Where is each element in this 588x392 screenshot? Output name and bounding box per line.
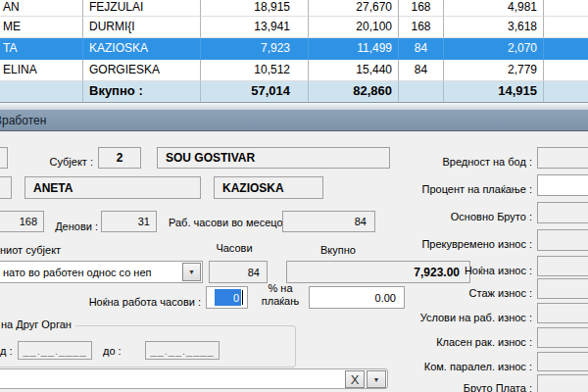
point-value-field	[537, 147, 588, 169]
cell-surname: FEJZULAI	[83, 0, 201, 17]
cell-hours: 168	[399, 0, 444, 17]
field-label: Ноќна износ :	[372, 261, 532, 282]
cell-amount3: 2,779	[444, 60, 544, 81]
cell-amount2: 27,670	[309, 0, 399, 17]
field-label: Услови на раб. износ :	[372, 308, 532, 329]
cell-name: ME	[0, 17, 83, 38]
seniority-amount-field	[537, 278, 588, 299]
cell-surname: KAZIOSKA	[83, 38, 201, 60]
percent-label-line2: плаќањ	[253, 295, 308, 308]
cell-amount1: 7,923	[201, 38, 309, 60]
cell-amount1: 18,915	[201, 0, 309, 17]
cell-surname: GORGIESKA	[83, 60, 201, 81]
base-gross-field	[537, 202, 588, 223]
days-label: Денови :	[42, 217, 98, 238]
employees-table: AN FEJZULAI 18,915 27,670 168 4,981 ME D…	[0, 0, 588, 102]
cell-empty	[544, 81, 588, 102]
cell-amount3: 2,070	[444, 38, 544, 60]
field-label: Прекувремено износ :	[372, 234, 532, 256]
total-amount2: 82,860	[309, 81, 399, 102]
overtime-amount-field	[537, 229, 588, 251]
table-row-selected[interactable]: TA KAZIOSKA 7,923 11,499 84 2,070	[0, 38, 588, 60]
cell-empty	[544, 38, 588, 60]
cell-amount3: 4,981	[444, 0, 544, 17]
gross-salary-field	[537, 374, 588, 392]
table-total-row: Вкупно : 57,014 82,860 14,915	[0, 81, 588, 102]
stub-field	[0, 147, 8, 169]
total-amount3: 14,915	[444, 81, 544, 102]
table-row[interactable]: ELINA GORGIESKA 10,512 15,440 84 2,779	[0, 60, 588, 81]
chevron-down-icon[interactable]: ▼	[182, 263, 201, 281]
percent-label-line1: % на	[253, 282, 308, 295]
cell-empty	[0, 81, 83, 102]
stub-field	[0, 176, 12, 199]
dialog-titlebar[interactable]: Вработен	[0, 110, 588, 131]
month-hours-field: 84	[282, 211, 375, 232]
stub-hours-field: 168	[0, 211, 44, 232]
field-label: Бруто Плата :	[372, 378, 532, 392]
cell-amount2: 20,100	[309, 17, 399, 38]
last-name-field: KAZIOSKA	[214, 176, 323, 199]
month-hours-label: Раб. часови во месецот :	[169, 217, 294, 228]
subject-label: Субјект :	[18, 152, 93, 173]
date-from-input[interactable]: __.__.____	[18, 341, 92, 360]
cell-surname: DURMI{I	[83, 17, 201, 38]
cell-name: AN	[0, 0, 83, 17]
app-window: AN FEJZULAI 18,915 27,670 168 4,981 ME D…	[0, 0, 588, 392]
work-conditions-amount-field	[537, 303, 588, 323]
cell-name: ELINA	[0, 60, 83, 81]
cell-amount2: 15,440	[309, 60, 399, 81]
total-column-header: Вкупно	[311, 244, 366, 256]
selected-text: 0	[215, 289, 241, 306]
cell-name: TA	[0, 38, 83, 60]
field-label: Ком. паралел. износ :	[372, 357, 532, 378]
total-hours	[399, 81, 444, 102]
parallel-amount-field	[537, 352, 588, 371]
class-rank-amount-field	[537, 327, 588, 348]
date-to-label: до :	[103, 345, 122, 357]
cell-amount2: 11,499	[309, 38, 399, 60]
field-label: Класен рак. износ :	[372, 332, 532, 354]
engagement-combobox[interactable]: нато во работен однос со неп	[0, 261, 203, 283]
field-label: Стаж износ :	[372, 283, 532, 305]
other-organ-caption: на Друг Орган	[0, 318, 75, 330]
cell-amount1: 13,941	[201, 17, 309, 38]
subject-code-field: 2	[98, 147, 141, 169]
engagement-hours-field: 84	[209, 261, 268, 283]
payment-percent-input[interactable]	[537, 174, 588, 196]
days-field: 31	[101, 211, 157, 232]
cell-hours: 168	[399, 17, 444, 38]
cell-hours: 84	[399, 60, 444, 81]
date-from-label: д :	[0, 345, 13, 357]
field-label: Вредност на бод :	[372, 152, 532, 173]
clear-button[interactable]: X	[345, 370, 365, 388]
table-row[interactable]: AN FEJZULAI 18,915 27,670 168 4,981	[0, 0, 588, 17]
dialog-title: Вработен	[0, 114, 46, 127]
field-label: Процент на плаќање :	[372, 179, 532, 201]
section-caption: ниот субјект	[0, 244, 61, 256]
cell-empty	[544, 0, 588, 17]
cell-empty	[544, 60, 588, 81]
field-label: Основно Бруто :	[372, 207, 532, 228]
table-row[interactable]: ME DURMI{I 13,941 20,100 168 3,618	[0, 17, 588, 38]
first-name-field: ANETA	[24, 176, 201, 199]
date-to-input[interactable]: __.__.____	[145, 341, 220, 360]
cell-amount3: 3,618	[444, 17, 544, 38]
hours-column-header: Часови	[209, 242, 260, 254]
night-work-label: Ноќна работа часови :	[54, 292, 201, 314]
window-top-edge	[0, 102, 588, 110]
engagement-combobox-text: нато во работен однос со неп	[3, 267, 152, 278]
percent-label: % на плаќањ	[253, 282, 308, 308]
night-amount-field	[537, 256, 588, 276]
night-work-input[interactable]: 0	[206, 286, 248, 309]
total-amount1: 57,014	[201, 81, 309, 102]
text-caret	[242, 290, 243, 305]
subject-name-field: SOU GOSTIVAR	[157, 147, 390, 169]
total-label: Вкупно :	[83, 81, 201, 102]
cell-amount1: 10,512	[201, 60, 309, 81]
cell-empty	[544, 17, 588, 38]
lookup-combobox[interactable]	[0, 368, 388, 389]
cell-hours: 84	[399, 38, 444, 60]
